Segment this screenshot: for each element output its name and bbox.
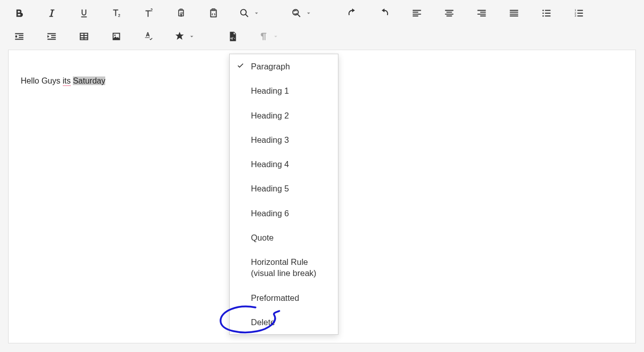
format-option-heading-6[interactable]: Heading 6 <box>230 201 338 225</box>
format-option-heading-3[interactable]: Heading 3 <box>230 128 338 152</box>
svg-point-2 <box>542 15 544 17</box>
subscript-button[interactable] <box>104 3 128 23</box>
svg-point-0 <box>542 10 544 11</box>
format-option-label: Paragraph <box>251 62 290 71</box>
format-option-quote[interactable]: Quote <box>230 225 338 250</box>
content-text-selection: Saturday <box>73 76 105 85</box>
table-button[interactable] <box>72 26 96 47</box>
align-center-button[interactable] <box>437 3 461 23</box>
content-text-plain: Hello Guys <box>21 76 63 85</box>
format-option-paragraph[interactable]: Paragraph <box>230 54 338 79</box>
align-right-button[interactable] <box>469 3 494 23</box>
align-left-button[interactable] <box>405 3 429 23</box>
toolbar-row-2 <box>7 26 637 47</box>
format-option-label: Heading 1 <box>251 86 289 95</box>
format-option-delete[interactable]: Delete <box>230 310 338 334</box>
format-option-label: Preformatted <box>251 293 299 302</box>
content-text-spellerror: its <box>63 76 71 86</box>
format-option-heading-5[interactable]: Heading 5 <box>230 176 338 201</box>
format-option-label: Horizontal Rule (visual line break) <box>251 257 316 278</box>
format-option-label: Heading 4 <box>251 160 289 169</box>
format-option-label: Delete <box>251 318 275 327</box>
undo-button[interactable] <box>340 3 364 23</box>
superscript-button[interactable] <box>137 3 161 23</box>
indent-button[interactable] <box>39 26 64 47</box>
paste-text-button[interactable] <box>169 3 193 23</box>
format-option-preformatted[interactable]: Preformatted <box>230 286 338 310</box>
format-option-horizontal-rule-visual-line-break-[interactable]: Horizontal Rule (visual line break) <box>230 250 338 286</box>
paste-code-button[interactable] <box>201 3 226 23</box>
justify-button[interactable] <box>502 3 526 23</box>
format-option-heading-1[interactable]: Heading 1 <box>230 79 338 103</box>
find-replace-button[interactable] <box>283 3 320 23</box>
format-dropdown[interactable]: ParagraphHeading 1Heading 2Heading 3Head… <box>229 54 338 335</box>
special-characters-button[interactable] <box>169 26 200 47</box>
format-option-label: Heading 6 <box>251 209 289 218</box>
outdent-button[interactable] <box>7 26 31 47</box>
underline-button[interactable] <box>72 3 96 23</box>
code-block-button[interactable] <box>221 26 245 47</box>
svg-text:3: 3 <box>575 14 576 17</box>
svg-point-1 <box>542 13 544 14</box>
redo-button[interactable] <box>372 3 397 23</box>
format-option-heading-4[interactable]: Heading 4 <box>230 152 338 176</box>
paragraph-marks-button[interactable] <box>253 26 284 47</box>
image-button[interactable] <box>104 26 128 47</box>
spellcheck-button[interactable] <box>137 26 161 47</box>
numbered-list-button[interactable]: 123 <box>567 3 591 23</box>
italic-button[interactable] <box>39 3 64 23</box>
check-icon <box>236 61 245 70</box>
format-option-label: Heading 5 <box>251 184 289 193</box>
bold-button[interactable] <box>7 3 31 23</box>
format-option-heading-2[interactable]: Heading 2 <box>230 103 338 128</box>
format-option-label: Heading 3 <box>251 135 289 144</box>
toolbar-row-1: 123 <box>7 3 637 23</box>
find-button[interactable] <box>234 3 265 23</box>
format-option-label: Heading 2 <box>251 111 289 120</box>
format-option-label: Quote <box>251 233 274 242</box>
toolbar: 123 <box>0 0 644 50</box>
bullet-list-button[interactable] <box>534 3 559 23</box>
